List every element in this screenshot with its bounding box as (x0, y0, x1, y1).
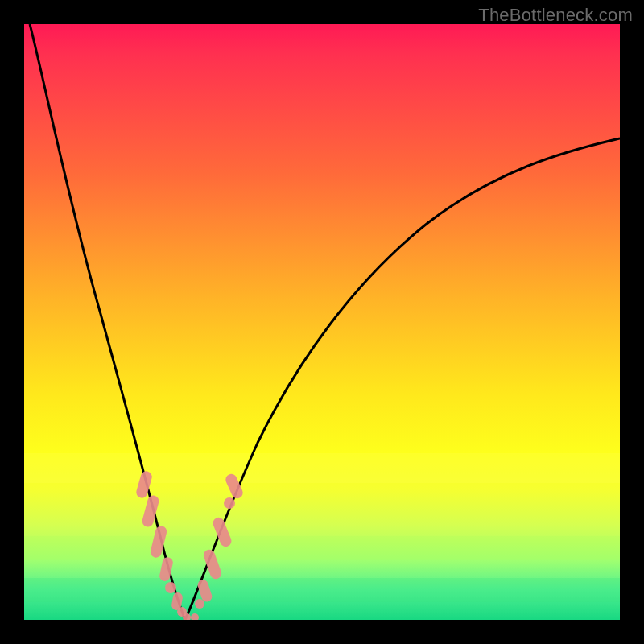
svg-point-13 (224, 497, 235, 509)
markers-right (195, 473, 245, 609)
plot-area (24, 24, 620, 620)
curves-svg (24, 24, 620, 620)
right-curve (185, 138, 620, 620)
svg-rect-14 (224, 473, 245, 501)
svg-point-4 (165, 582, 176, 593)
markers-valley (183, 613, 199, 620)
svg-point-9 (195, 599, 204, 609)
markers-left (135, 470, 187, 617)
outer-frame: TheBottleneck.com (0, 0, 644, 644)
svg-point-8 (191, 613, 199, 620)
svg-rect-11 (202, 548, 223, 580)
watermark-text: TheBottleneck.com (478, 5, 633, 26)
